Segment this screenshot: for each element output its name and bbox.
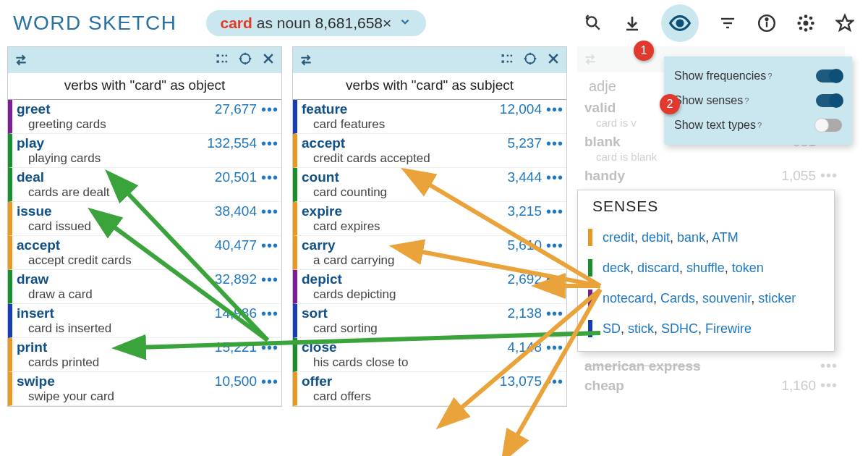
collocate-row[interactable]: greet greeting cards 27,677 ••• xyxy=(8,100,281,134)
collocate-freq: 13,075 xyxy=(487,373,542,389)
sense-word[interactable]: sticker xyxy=(758,291,796,305)
cluster-icon[interactable] xyxy=(796,13,816,33)
grid-icon[interactable] xyxy=(500,51,514,69)
more-icon[interactable]: ••• xyxy=(261,169,278,186)
sense-word[interactable]: SDHC xyxy=(661,321,698,336)
collocate-row[interactable]: cheap 1,160 ••• xyxy=(577,376,845,395)
collocate-row[interactable]: american express ••• xyxy=(577,356,845,376)
more-icon[interactable]: ••• xyxy=(261,339,278,356)
sense-word[interactable]: debit xyxy=(642,230,670,245)
toggle-switch[interactable] xyxy=(816,119,842,132)
more-icon[interactable]: ••• xyxy=(546,169,563,186)
more-icon[interactable]: ••• xyxy=(546,373,563,390)
sense-row[interactable]: SD, stick, SDHC, Firewire xyxy=(587,313,825,344)
sense-row[interactable]: notecard, Cards, souvenir, sticker xyxy=(587,283,825,313)
collocate-word: close xyxy=(302,339,487,355)
star-icon[interactable] xyxy=(835,13,855,33)
collocate-row[interactable]: accept accept credit cards 40,477 ••• xyxy=(8,236,281,270)
option-row[interactable]: Show senses? xyxy=(673,88,843,113)
collocate-row[interactable]: depict cards depicting 2,692 ••• xyxy=(293,270,566,304)
swap-icon[interactable] xyxy=(14,53,28,67)
sense-word[interactable]: credit xyxy=(603,230,634,245)
collocate-row[interactable]: issue card issued 38,404 ••• xyxy=(8,202,281,236)
sense-word[interactable]: token xyxy=(732,261,764,275)
collocate-row[interactable]: expire card expires 3,215 ••• xyxy=(293,202,566,236)
sense-word[interactable]: ATM xyxy=(712,230,739,245)
more-icon[interactable]: ••• xyxy=(261,237,278,254)
sense-word[interactable]: Firewire xyxy=(705,321,752,336)
more-icon[interactable]: ••• xyxy=(261,135,278,152)
swap-icon[interactable] xyxy=(583,52,597,67)
svg-point-4 xyxy=(677,20,683,26)
collocate-row[interactable]: play playing cards 132,554 ••• xyxy=(8,134,281,168)
more-icon[interactable]: ••• xyxy=(546,101,563,118)
collocate-freq: 20,501 xyxy=(202,169,257,185)
collocate-row[interactable]: accept credit cards accepted 5,237 ••• xyxy=(293,134,566,168)
collocate-row[interactable]: draw draw a card 32,892 ••• xyxy=(8,270,281,304)
more-icon[interactable]: ••• xyxy=(546,237,563,254)
view-options-button[interactable] xyxy=(661,4,699,42)
sense-word[interactable]: stick xyxy=(628,321,654,336)
close-icon[interactable] xyxy=(261,51,276,69)
sense-word[interactable]: SD xyxy=(603,321,621,336)
more-icon[interactable]: ••• xyxy=(261,101,278,118)
toggle-switch[interactable] xyxy=(816,69,842,83)
download-icon[interactable] xyxy=(622,13,642,33)
sense-word[interactable]: deck xyxy=(603,261,630,275)
collocate-row[interactable]: insert card is inserted 14,986 ••• xyxy=(8,304,281,338)
more-icon[interactable]: ••• xyxy=(546,339,563,356)
collocate-example: card counting xyxy=(313,185,487,200)
close-icon[interactable] xyxy=(546,51,561,69)
svg-point-13 xyxy=(804,28,808,32)
chevron-down-icon[interactable] xyxy=(399,14,412,32)
lemma-pill[interactable]: card as noun 8,681,658× xyxy=(206,10,427,36)
sense-word[interactable]: notecard xyxy=(603,291,653,305)
svg-point-10 xyxy=(766,18,768,20)
grid-icon[interactable] xyxy=(215,51,229,69)
sense-word[interactable]: bank xyxy=(677,230,705,245)
collocate-row[interactable]: carry a card carrying 5,610 ••• xyxy=(293,236,566,270)
sense-row[interactable]: credit, debit, bank, ATM xyxy=(587,222,825,253)
collocate-row[interactable]: print cards printed 15,221 ••• xyxy=(8,338,281,372)
search-again-icon[interactable] xyxy=(583,13,603,33)
sense-row[interactable]: deck, discard, shuffle, token xyxy=(587,253,825,283)
more-icon[interactable]: ••• xyxy=(546,203,563,220)
callout-badge-2: 2 xyxy=(660,94,680,114)
expand-icon[interactable] xyxy=(238,51,252,69)
svg-marker-20 xyxy=(837,15,853,30)
collocate-example: cards are dealt xyxy=(28,185,202,200)
panel-subject: verbs with "card" as subject feature car… xyxy=(292,46,567,407)
more-icon[interactable]: ••• xyxy=(261,373,278,390)
collocate-word: play xyxy=(17,135,202,151)
collocate-freq: 4,148 xyxy=(487,339,542,355)
option-row[interactable]: Show text types? xyxy=(673,113,843,138)
sense-word[interactable]: discard xyxy=(637,261,679,275)
collocate-row[interactable]: deal cards are dealt 20,501 ••• xyxy=(8,168,281,202)
more-icon[interactable]: ••• xyxy=(261,203,278,220)
option-row[interactable]: Show frequencies? xyxy=(673,64,843,88)
more-icon[interactable]: ••• xyxy=(546,305,563,322)
sense-word[interactable]: Cards xyxy=(660,291,695,305)
sense-word[interactable]: souvenir xyxy=(702,291,751,305)
collocate-row[interactable]: feature card features 12,004 ••• xyxy=(293,100,566,134)
more-icon[interactable]: ••• xyxy=(261,271,278,288)
collocate-example: accept credit cards xyxy=(28,253,202,268)
more-icon[interactable]: ••• xyxy=(546,271,563,288)
collocate-row[interactable]: offer card offers 13,075 ••• xyxy=(293,372,566,406)
expand-icon[interactable] xyxy=(523,51,537,69)
panel-title: verbs with "card" as subject xyxy=(293,73,566,100)
collocate-row[interactable]: swipe swipe your card 10,500 ••• xyxy=(8,372,281,406)
svg-point-17 xyxy=(809,17,813,20)
swap-icon[interactable] xyxy=(299,53,313,67)
collocate-row[interactable]: handy 1,055 ••• xyxy=(577,166,845,185)
sense-word[interactable]: shuffle xyxy=(686,261,725,275)
info-icon[interactable] xyxy=(757,13,777,33)
filter-icon[interactable] xyxy=(718,13,738,33)
collocate-row[interactable]: count card counting 3,444 ••• xyxy=(293,168,566,202)
collocate-row[interactable]: close his cards close to 4,148 ••• xyxy=(293,338,566,372)
more-icon[interactable]: ••• xyxy=(261,305,278,322)
toggle-switch[interactable] xyxy=(816,94,842,107)
collocate-row[interactable]: sort card sorting 2,138 ••• xyxy=(293,304,566,338)
view-options-popup: Show frequencies? Show senses? Show text… xyxy=(664,56,852,145)
more-icon[interactable]: ••• xyxy=(546,135,563,152)
